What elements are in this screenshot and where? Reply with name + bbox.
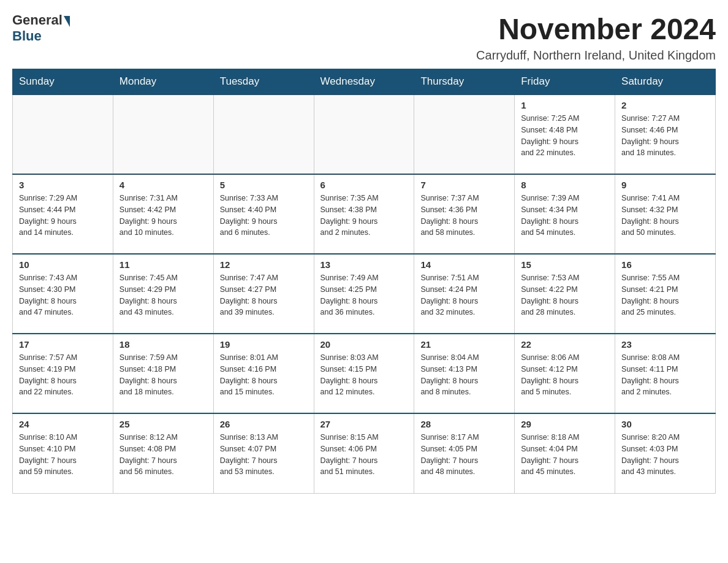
calendar-header-monday: Monday [113,69,213,95]
day-info: Sunrise: 8:08 AM Sunset: 4:11 PM Dayligh… [621,352,709,398]
calendar-week-3: 17Sunrise: 7:57 AM Sunset: 4:19 PM Dayli… [13,334,716,413]
day-info: Sunrise: 7:51 AM Sunset: 4:24 PM Dayligh… [420,272,508,318]
day-number: 11 [119,259,207,270]
calendar-header-thursday: Thursday [414,69,515,95]
page-subtitle: Carryduff, Northern Ireland, United King… [476,48,716,63]
day-info: Sunrise: 8:03 AM Sunset: 4:15 PM Dayligh… [320,352,408,398]
calendar-cell: 14Sunrise: 7:51 AM Sunset: 4:24 PM Dayli… [414,254,515,334]
day-info: Sunrise: 7:33 AM Sunset: 4:40 PM Dayligh… [220,193,308,239]
day-info: Sunrise: 7:55 AM Sunset: 4:21 PM Dayligh… [621,272,709,318]
calendar-header-wednesday: Wednesday [314,69,414,95]
day-info: Sunrise: 8:13 AM Sunset: 4:07 PM Dayligh… [220,432,308,478]
day-number: 26 [220,419,308,429]
day-info: Sunrise: 7:29 AM Sunset: 4:44 PM Dayligh… [19,193,107,239]
calendar-cell [414,94,515,174]
day-number: 20 [320,339,408,350]
logo: General Blue [12,12,71,44]
title-section: November 2024 Carryduff, Northern Irelan… [476,12,716,63]
day-number: 24 [19,419,107,429]
calendar-week-2: 10Sunrise: 7:43 AM Sunset: 4:30 PM Dayli… [13,254,716,334]
calendar-cell: 22Sunrise: 8:06 AM Sunset: 4:12 PM Dayli… [515,334,615,413]
day-info: Sunrise: 8:10 AM Sunset: 4:10 PM Dayligh… [19,432,107,478]
day-info: Sunrise: 8:18 AM Sunset: 4:04 PM Dayligh… [521,432,609,478]
calendar-cell: 20Sunrise: 8:03 AM Sunset: 4:15 PM Dayli… [314,334,414,413]
calendar-cell: 29Sunrise: 8:18 AM Sunset: 4:04 PM Dayli… [515,413,615,493]
day-info: Sunrise: 7:25 AM Sunset: 4:48 PM Dayligh… [521,113,609,159]
calendar-cell: 6Sunrise: 7:35 AM Sunset: 4:38 PM Daylig… [314,174,414,254]
day-number: 21 [420,339,508,350]
calendar-cell: 23Sunrise: 8:08 AM Sunset: 4:11 PM Dayli… [615,334,716,413]
logo-blue-text: Blue [12,28,42,44]
calendar-cell: 5Sunrise: 7:33 AM Sunset: 4:40 PM Daylig… [213,174,314,254]
day-number: 19 [220,339,308,350]
calendar-cell [314,94,414,174]
day-info: Sunrise: 7:37 AM Sunset: 4:36 PM Dayligh… [420,193,508,239]
calendar-cell: 28Sunrise: 8:17 AM Sunset: 4:05 PM Dayli… [414,413,515,493]
calendar-cell: 18Sunrise: 7:59 AM Sunset: 4:18 PM Dayli… [113,334,213,413]
day-number: 30 [621,419,709,429]
day-info: Sunrise: 7:59 AM Sunset: 4:18 PM Dayligh… [119,352,207,398]
calendar-cell: 4Sunrise: 7:31 AM Sunset: 4:42 PM Daylig… [113,174,213,254]
day-info: Sunrise: 8:15 AM Sunset: 4:06 PM Dayligh… [320,432,408,478]
day-info: Sunrise: 8:20 AM Sunset: 4:03 PM Dayligh… [621,432,709,478]
calendar-cell: 10Sunrise: 7:43 AM Sunset: 4:30 PM Dayli… [13,254,113,334]
calendar-cell: 1Sunrise: 7:25 AM Sunset: 4:48 PM Daylig… [515,94,615,174]
calendar-table: SundayMondayTuesdayWednesdayThursdayFrid… [12,69,716,494]
day-number: 16 [621,259,709,270]
calendar-cell: 3Sunrise: 7:29 AM Sunset: 4:44 PM Daylig… [13,174,113,254]
calendar-cell: 15Sunrise: 7:53 AM Sunset: 4:22 PM Dayli… [515,254,615,334]
day-info: Sunrise: 7:39 AM Sunset: 4:34 PM Dayligh… [521,193,609,239]
day-number: 8 [521,180,609,190]
day-info: Sunrise: 8:06 AM Sunset: 4:12 PM Dayligh… [521,352,609,398]
calendar-week-0: 1Sunrise: 7:25 AM Sunset: 4:48 PM Daylig… [13,94,716,174]
day-number: 17 [19,339,107,350]
calendar-cell: 11Sunrise: 7:45 AM Sunset: 4:29 PM Dayli… [113,254,213,334]
calendar-header-sunday: Sunday [13,69,113,95]
calendar-cell: 12Sunrise: 7:47 AM Sunset: 4:27 PM Dayli… [213,254,314,334]
day-info: Sunrise: 7:57 AM Sunset: 4:19 PM Dayligh… [19,352,107,398]
day-info: Sunrise: 7:43 AM Sunset: 4:30 PM Dayligh… [19,272,107,318]
day-info: Sunrise: 8:04 AM Sunset: 4:13 PM Dayligh… [420,352,508,398]
day-number: 18 [119,339,207,350]
day-number: 27 [320,419,408,429]
day-number: 9 [621,180,709,190]
day-number: 23 [621,339,709,350]
logo-general-text: General [12,12,63,28]
calendar-cell [113,94,213,174]
calendar-cell: 25Sunrise: 8:12 AM Sunset: 4:08 PM Dayli… [113,413,213,493]
day-info: Sunrise: 7:31 AM Sunset: 4:42 PM Dayligh… [119,193,207,239]
calendar-cell: 9Sunrise: 7:41 AM Sunset: 4:32 PM Daylig… [615,174,716,254]
calendar-week-4: 24Sunrise: 8:10 AM Sunset: 4:10 PM Dayli… [13,413,716,493]
calendar-cell: 19Sunrise: 8:01 AM Sunset: 4:16 PM Dayli… [213,334,314,413]
day-info: Sunrise: 7:27 AM Sunset: 4:46 PM Dayligh… [621,113,709,159]
day-number: 1 [521,100,609,110]
day-number: 10 [19,259,107,270]
calendar-cell: 8Sunrise: 7:39 AM Sunset: 4:34 PM Daylig… [515,174,615,254]
day-info: Sunrise: 7:45 AM Sunset: 4:29 PM Dayligh… [119,272,207,318]
day-number: 2 [621,100,709,110]
day-info: Sunrise: 8:12 AM Sunset: 4:08 PM Dayligh… [119,432,207,478]
page-title: November 2024 [476,12,716,46]
day-info: Sunrise: 7:47 AM Sunset: 4:27 PM Dayligh… [220,272,308,318]
calendar-cell: 27Sunrise: 8:15 AM Sunset: 4:06 PM Dayli… [314,413,414,493]
day-number: 12 [220,259,308,270]
day-number: 4 [119,180,207,190]
day-number: 15 [521,259,609,270]
page-header: General Blue November 2024 Carryduff, No… [12,12,716,63]
calendar-cell: 13Sunrise: 7:49 AM Sunset: 4:25 PM Dayli… [314,254,414,334]
day-number: 28 [420,419,508,429]
calendar-header-tuesday: Tuesday [213,69,314,95]
day-info: Sunrise: 7:41 AM Sunset: 4:32 PM Dayligh… [621,193,709,239]
calendar-header-row: SundayMondayTuesdayWednesdayThursdayFrid… [13,69,716,95]
day-number: 29 [521,419,609,429]
calendar-cell: 17Sunrise: 7:57 AM Sunset: 4:19 PM Dayli… [13,334,113,413]
day-number: 25 [119,419,207,429]
calendar-header-saturday: Saturday [615,69,716,95]
calendar-cell: 2Sunrise: 7:27 AM Sunset: 4:46 PM Daylig… [615,94,716,174]
calendar-cell: 30Sunrise: 8:20 AM Sunset: 4:03 PM Dayli… [615,413,716,493]
calendar-cell [13,94,113,174]
calendar-week-1: 3Sunrise: 7:29 AM Sunset: 4:44 PM Daylig… [13,174,716,254]
day-number: 22 [521,339,609,350]
day-info: Sunrise: 7:53 AM Sunset: 4:22 PM Dayligh… [521,272,609,318]
day-info: Sunrise: 7:35 AM Sunset: 4:38 PM Dayligh… [320,193,408,239]
